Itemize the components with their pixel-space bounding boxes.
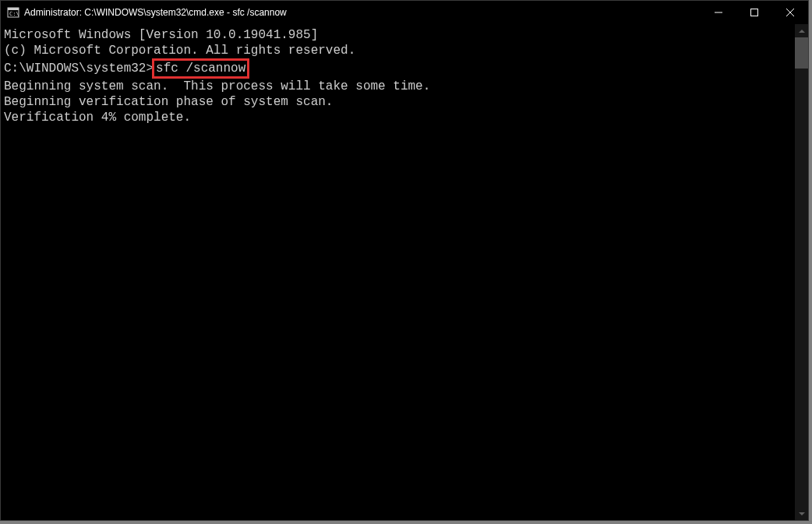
- scroll-up-arrow-icon[interactable]: [795, 24, 808, 37]
- terminal-area: Microsoft Windows [Version 10.0.19041.98…: [1, 24, 808, 520]
- output-line: Microsoft Windows [Version 10.0.19041.98…: [4, 27, 795, 43]
- svg-rect-4: [751, 9, 758, 16]
- svg-marker-8: [799, 512, 805, 515]
- maximize-button[interactable]: [736, 1, 772, 24]
- output-line: Beginning verification phase of system s…: [4, 94, 795, 110]
- window-controls: [701, 1, 808, 24]
- close-button[interactable]: [772, 1, 808, 24]
- svg-text:C:\: C:\: [9, 11, 19, 17]
- svg-marker-7: [799, 30, 805, 33]
- prompt-line: C:\WINDOWS\system32>sfc /scannow: [4, 58, 795, 79]
- scrollbar-thumb[interactable]: [795, 37, 808, 69]
- output-line: Verification 4% complete.: [4, 110, 795, 125]
- cmd-window: C:\ Administrator: C:\WINDOWS\system32\c…: [0, 0, 809, 521]
- scroll-down-arrow-icon[interactable]: [795, 507, 808, 520]
- vertical-scrollbar[interactable]: [795, 24, 808, 520]
- command-text: sfc /scannow: [156, 62, 245, 76]
- terminal-output[interactable]: Microsoft Windows [Version 10.0.19041.98…: [1, 24, 795, 520]
- output-line: (c) Microsoft Corporation. All rights re…: [4, 43, 795, 58]
- prompt: C:\WINDOWS\system32>: [4, 62, 154, 76]
- minimize-button[interactable]: [701, 1, 736, 24]
- titlebar[interactable]: C:\ Administrator: C:\WINDOWS\system32\c…: [1, 1, 808, 24]
- command-highlight: sfc /scannow: [152, 58, 249, 79]
- window-title: Administrator: C:\WINDOWS\system32\cmd.e…: [24, 7, 701, 18]
- output-line: Beginning system scan. This process will…: [4, 79, 795, 94]
- cmd-icon: C:\: [7, 6, 19, 19]
- svg-rect-1: [8, 8, 19, 10]
